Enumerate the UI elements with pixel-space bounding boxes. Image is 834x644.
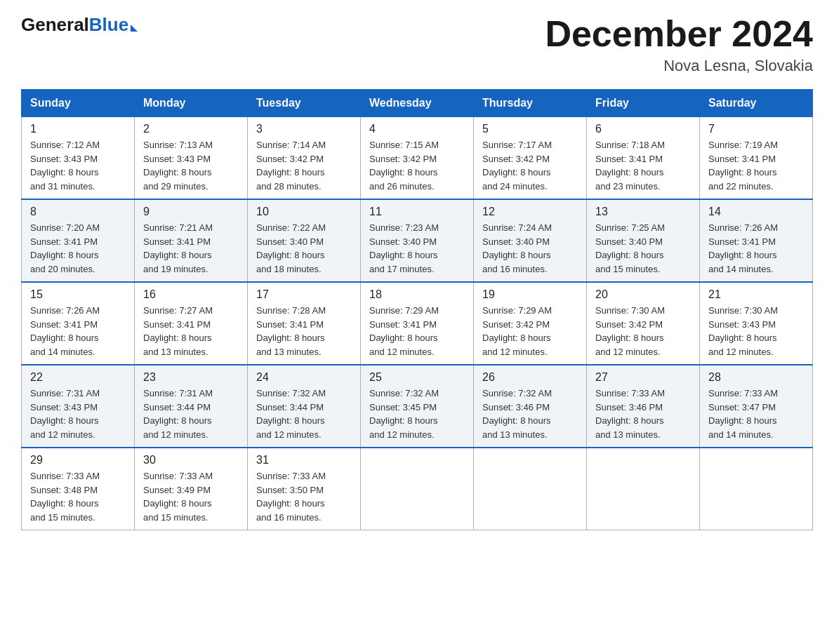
day-number: 31	[256, 454, 352, 467]
table-cell	[474, 448, 587, 530]
day-number: 21	[708, 288, 804, 301]
day-number: 26	[482, 371, 578, 384]
day-number: 29	[30, 454, 126, 467]
table-cell: 7Sunrise: 7:19 AMSunset: 3:41 PMDaylight…	[700, 117, 813, 200]
day-info: Sunrise: 7:21 AMSunset: 3:41 PMDaylight:…	[143, 221, 239, 276]
day-number: 28	[708, 371, 804, 384]
day-number: 2	[143, 123, 239, 135]
table-cell: 19Sunrise: 7:29 AMSunset: 3:42 PMDayligh…	[474, 282, 587, 365]
week-row-1: 1Sunrise: 7:12 AMSunset: 3:43 PMDaylight…	[22, 117, 813, 200]
header-thursday: Thursday	[474, 90, 587, 117]
table-cell: 1Sunrise: 7:12 AMSunset: 3:43 PMDaylight…	[22, 117, 135, 200]
day-number: 6	[595, 123, 691, 135]
day-info: Sunrise: 7:26 AMSunset: 3:41 PMDaylight:…	[708, 221, 804, 276]
day-number: 15	[30, 288, 126, 301]
table-cell: 2Sunrise: 7:13 AMSunset: 3:43 PMDaylight…	[135, 117, 248, 200]
day-info: Sunrise: 7:28 AMSunset: 3:41 PMDaylight:…	[256, 304, 352, 358]
table-cell: 25Sunrise: 7:32 AMSunset: 3:45 PMDayligh…	[361, 365, 474, 448]
day-info: Sunrise: 7:33 AMSunset: 3:49 PMDaylight:…	[143, 469, 239, 524]
header-wednesday: Wednesday	[361, 90, 474, 117]
day-number: 4	[369, 123, 465, 135]
day-number: 8	[30, 206, 126, 218]
location-subtitle: Nova Lesna, Slovakia	[545, 57, 813, 75]
table-cell: 28Sunrise: 7:33 AMSunset: 3:47 PMDayligh…	[700, 365, 813, 448]
day-info: Sunrise: 7:30 AMSunset: 3:43 PMDaylight:…	[708, 304, 804, 358]
day-number: 22	[30, 371, 126, 384]
day-info: Sunrise: 7:32 AMSunset: 3:45 PMDaylight:…	[369, 387, 465, 441]
day-number: 23	[143, 371, 239, 384]
day-info: Sunrise: 7:31 AMSunset: 3:44 PMDaylight:…	[143, 387, 239, 441]
table-cell: 22Sunrise: 7:31 AMSunset: 3:43 PMDayligh…	[22, 365, 135, 448]
day-info: Sunrise: 7:29 AMSunset: 3:41 PMDaylight:…	[369, 304, 465, 358]
day-info: Sunrise: 7:17 AMSunset: 3:42 PMDaylight:…	[482, 138, 578, 193]
table-cell: 24Sunrise: 7:32 AMSunset: 3:44 PMDayligh…	[248, 365, 361, 448]
day-number: 18	[369, 288, 465, 301]
table-cell: 30Sunrise: 7:33 AMSunset: 3:49 PMDayligh…	[135, 448, 248, 530]
table-cell: 23Sunrise: 7:31 AMSunset: 3:44 PMDayligh…	[135, 365, 248, 448]
day-info: Sunrise: 7:31 AMSunset: 3:43 PMDaylight:…	[30, 387, 126, 441]
table-cell: 3Sunrise: 7:14 AMSunset: 3:42 PMDaylight…	[248, 117, 361, 200]
day-number: 20	[595, 288, 691, 301]
day-info: Sunrise: 7:14 AMSunset: 3:42 PMDaylight:…	[256, 138, 352, 193]
week-row-3: 15Sunrise: 7:26 AMSunset: 3:41 PMDayligh…	[22, 282, 813, 365]
day-number: 13	[595, 206, 691, 218]
table-cell: 17Sunrise: 7:28 AMSunset: 3:41 PMDayligh…	[248, 282, 361, 365]
day-number: 7	[708, 123, 804, 135]
logo-general-text: General	[21, 14, 89, 36]
table-cell: 4Sunrise: 7:15 AMSunset: 3:42 PMDaylight…	[361, 117, 474, 200]
day-info: Sunrise: 7:23 AMSunset: 3:40 PMDaylight:…	[369, 221, 465, 276]
calendar-table: Sunday Monday Tuesday Wednesday Thursday…	[21, 89, 813, 530]
table-cell: 20Sunrise: 7:30 AMSunset: 3:42 PMDayligh…	[587, 282, 700, 365]
title-block: December 2024 Nova Lesna, Slovakia	[545, 14, 813, 75]
table-cell: 15Sunrise: 7:26 AMSunset: 3:41 PMDayligh…	[22, 282, 135, 365]
table-cell: 9Sunrise: 7:21 AMSunset: 3:41 PMDaylight…	[135, 199, 248, 282]
day-info: Sunrise: 7:30 AMSunset: 3:42 PMDaylight:…	[595, 304, 691, 358]
table-cell: 26Sunrise: 7:32 AMSunset: 3:46 PMDayligh…	[474, 365, 587, 448]
day-info: Sunrise: 7:22 AMSunset: 3:40 PMDaylight:…	[256, 221, 352, 276]
day-info: Sunrise: 7:13 AMSunset: 3:43 PMDaylight:…	[143, 138, 239, 193]
day-info: Sunrise: 7:25 AMSunset: 3:40 PMDaylight:…	[595, 221, 691, 276]
day-info: Sunrise: 7:33 AMSunset: 3:47 PMDaylight:…	[708, 387, 804, 441]
header-saturday: Saturday	[700, 90, 813, 117]
day-info: Sunrise: 7:24 AMSunset: 3:40 PMDaylight:…	[482, 221, 578, 276]
day-info: Sunrise: 7:32 AMSunset: 3:46 PMDaylight:…	[482, 387, 578, 441]
logo-blue-text: Blue	[89, 14, 128, 36]
table-cell: 13Sunrise: 7:25 AMSunset: 3:40 PMDayligh…	[587, 199, 700, 282]
day-info: Sunrise: 7:15 AMSunset: 3:42 PMDaylight:…	[369, 138, 465, 193]
day-info: Sunrise: 7:33 AMSunset: 3:46 PMDaylight:…	[595, 387, 691, 441]
day-number: 25	[369, 371, 465, 384]
table-cell: 14Sunrise: 7:26 AMSunset: 3:41 PMDayligh…	[700, 199, 813, 282]
table-cell	[361, 448, 474, 530]
day-number: 27	[595, 371, 691, 384]
table-cell: 6Sunrise: 7:18 AMSunset: 3:41 PMDaylight…	[587, 117, 700, 200]
day-number: 1	[30, 123, 126, 135]
day-info: Sunrise: 7:26 AMSunset: 3:41 PMDaylight:…	[30, 304, 126, 358]
day-info: Sunrise: 7:33 AMSunset: 3:50 PMDaylight:…	[256, 469, 352, 524]
table-cell: 21Sunrise: 7:30 AMSunset: 3:43 PMDayligh…	[700, 282, 813, 365]
day-number: 16	[143, 288, 239, 301]
day-number: 17	[256, 288, 352, 301]
header-friday: Friday	[587, 90, 700, 117]
day-info: Sunrise: 7:29 AMSunset: 3:42 PMDaylight:…	[482, 304, 578, 358]
day-number: 9	[143, 206, 239, 218]
table-cell: 10Sunrise: 7:22 AMSunset: 3:40 PMDayligh…	[248, 199, 361, 282]
table-cell: 12Sunrise: 7:24 AMSunset: 3:40 PMDayligh…	[474, 199, 587, 282]
day-info: Sunrise: 7:20 AMSunset: 3:41 PMDaylight:…	[30, 221, 126, 276]
day-number: 30	[143, 454, 239, 467]
table-cell: 18Sunrise: 7:29 AMSunset: 3:41 PMDayligh…	[361, 282, 474, 365]
table-cell: 8Sunrise: 7:20 AMSunset: 3:41 PMDaylight…	[22, 199, 135, 282]
week-row-2: 8Sunrise: 7:20 AMSunset: 3:41 PMDaylight…	[22, 199, 813, 282]
table-cell: 27Sunrise: 7:33 AMSunset: 3:46 PMDayligh…	[587, 365, 700, 448]
week-row-4: 22Sunrise: 7:31 AMSunset: 3:43 PMDayligh…	[22, 365, 813, 448]
day-number: 5	[482, 123, 578, 135]
day-number: 12	[482, 206, 578, 218]
table-cell: 29Sunrise: 7:33 AMSunset: 3:48 PMDayligh…	[22, 448, 135, 530]
table-cell: 11Sunrise: 7:23 AMSunset: 3:40 PMDayligh…	[361, 199, 474, 282]
table-cell: 5Sunrise: 7:17 AMSunset: 3:42 PMDaylight…	[474, 117, 587, 200]
day-number: 10	[256, 206, 352, 218]
day-info: Sunrise: 7:32 AMSunset: 3:44 PMDaylight:…	[256, 387, 352, 441]
header-sunday: Sunday	[22, 90, 135, 117]
day-info: Sunrise: 7:19 AMSunset: 3:41 PMDaylight:…	[708, 138, 804, 193]
day-number: 14	[708, 206, 804, 218]
day-info: Sunrise: 7:12 AMSunset: 3:43 PMDaylight:…	[30, 138, 126, 193]
